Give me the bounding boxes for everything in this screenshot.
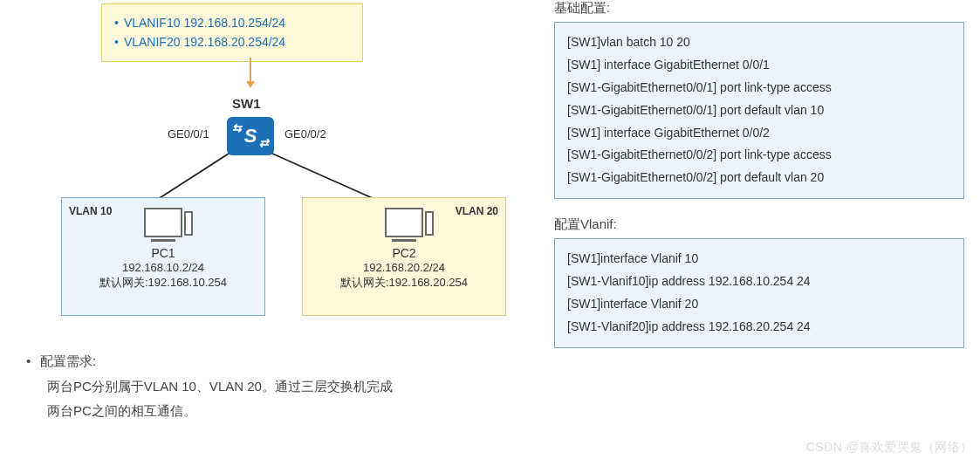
pc2-gateway: 默认网关:192.168.20.254	[303, 276, 505, 291]
cfg-line: [SW1-Vlanif10]ip address 192.168.10.254 …	[567, 271, 951, 293]
pc1-ip: 192.168.10.2/24	[62, 261, 264, 276]
cfg-line: [SW1-GigabitEthernet0/0/2] port default …	[567, 167, 951, 189]
cfg-line: [SW1] interface GigabitEthernet 0/0/1	[567, 54, 951, 77]
arrow-down-icon	[250, 58, 251, 87]
basic-config-box: [SW1]vlan batch 10 20 [SW1] interface Gi…	[554, 22, 964, 199]
cfg-line: [SW1]interface Vlanif 20	[567, 293, 951, 316]
topology-panel: •VLANIF10 192.168.10.254/24 •VLANIF20 19…	[0, 0, 524, 459]
pc-icon	[144, 208, 182, 237]
cfg-line: [SW1-Vlanif20]ip address 192.168.20.254 …	[567, 316, 951, 339]
vlanif-line1: •VLANIF10 192.168.10.254/24	[114, 13, 350, 32]
pc1-gateway: 默认网关:192.168.10.254	[62, 276, 264, 291]
pc1-box: VLAN 10 PC1 192.168.10.2/24 默认网关:192.168…	[61, 197, 265, 316]
switch-icon: ⇆S⇄	[227, 117, 274, 155]
pc2-box: VLAN 20 PC2 192.168.20.2/24 默认网关:192.168…	[302, 197, 506, 316]
svg-line-1	[272, 154, 382, 202]
pc2-vlan-label: VLAN 20	[456, 205, 498, 217]
requirement-title: 配置需求:	[40, 353, 96, 368]
port-left-label: GE0/0/1	[168, 127, 209, 140]
vlanif-config-title: 配置Vlanif:	[554, 216, 977, 233]
pc-icon	[385, 208, 423, 237]
diagram-container: •VLANIF10 192.168.10.254/24 •VLANIF20 19…	[0, 0, 980, 459]
port-right-label: GE0/0/2	[284, 127, 326, 140]
cfg-line: [SW1]vlan batch 10 20	[567, 31, 951, 54]
cfg-line: [SW1] interface GigabitEthernet 0/0/2	[567, 122, 951, 145]
requirement-line2: 两台PC之间的相互通信。	[26, 399, 515, 424]
config-panel: 基础配置: [SW1]vlan batch 10 20 [SW1] interf…	[554, 0, 977, 459]
pc1-name: PC1	[62, 245, 264, 261]
cfg-line: [SW1-GigabitEthernet0/0/2] port link-typ…	[567, 144, 951, 167]
vlanif-line2: •VLANIF20 192.168.20.254/24	[114, 32, 350, 51]
pc2-ip: 192.168.20.2/24	[303, 261, 505, 276]
pc2-name: PC2	[303, 245, 505, 261]
requirement-block: •配置需求: 两台PC分别属于VLAN 10、VLAN 20。通过三层交换机完成…	[26, 349, 515, 424]
basic-config-title: 基础配置:	[554, 0, 977, 17]
cfg-line: [SW1-GigabitEthernet0/0/1] port link-typ…	[567, 77, 951, 99]
svg-line-0	[153, 154, 229, 202]
vlanif-config-box: [SW1]interface Vlanif 10 [SW1-Vlanif10]i…	[554, 238, 964, 348]
pc1-vlan-label: VLAN 10	[69, 205, 112, 217]
watermark: CSDN @喜欢爱哭鬼（网络）	[806, 440, 973, 456]
vlanif-info-box: •VLANIF10 192.168.10.254/24 •VLANIF20 19…	[101, 3, 363, 62]
switch-label: SW1	[232, 96, 261, 111]
cfg-line: [SW1-GigabitEthernet0/0/1] port default …	[567, 99, 951, 122]
requirement-line1: 两台PC分别属于VLAN 10、VLAN 20。通过三层交换机完成	[26, 374, 515, 400]
cfg-line: [SW1]interface Vlanif 10	[567, 248, 951, 271]
